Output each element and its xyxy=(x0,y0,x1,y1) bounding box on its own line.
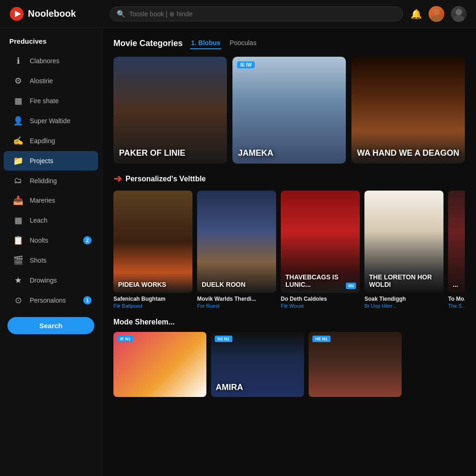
sidebar-label-leach: Leach xyxy=(30,217,47,224)
featured-movies-row: PAKER of LINIE IE IW JAMEKA WA HAND WE A… xyxy=(113,57,465,164)
arrow-indicator: ➔ xyxy=(113,173,122,185)
mode-card-mode-3[interactable]: HE N1 xyxy=(309,332,402,397)
personalized-cards-row: PIDEIA WORKS Safenicah Bughtam Fiir Balt… xyxy=(113,191,465,309)
card-name-safenicah-bughtam: Safenicah Bughtam xyxy=(113,296,192,303)
avatar-secondary[interactable] xyxy=(451,6,467,22)
personalized-section: ➔ Personalized's Velttble PIDEIA WORKS S… xyxy=(113,173,465,309)
card-name-do-deth-caldoles: Do Deth Caldoles xyxy=(281,296,360,303)
badge-new-jameka: IE IW xyxy=(237,61,255,68)
sidebar-icon-projects: 📁 xyxy=(13,156,23,166)
sidebar-section-title: Preducives xyxy=(0,35,102,51)
mode-card-mode-2[interactable]: N2 N1 AMIRA xyxy=(211,332,304,397)
sidebar-item-eapdling[interactable]: ✍ Eapdling xyxy=(4,131,98,151)
sidebar-item-noolts[interactable]: 📋 Noolts 2 xyxy=(4,231,98,250)
search-input[interactable] xyxy=(129,10,396,18)
poster-title-to-mo: ... xyxy=(448,191,465,293)
sidebar-label-fireshate: Fire shate xyxy=(30,97,59,105)
sidebar-search-button[interactable]: Search xyxy=(7,317,94,334)
sidebar-icon-super-waltide: 👤 xyxy=(13,116,23,126)
card-sub-soak-tiendiggh: Br Uop Hiter... xyxy=(364,303,443,309)
card-name-movik-warlds-therdi: Movik Warlds Therdi... xyxy=(197,296,276,303)
featured-movie-wa-hand-we-a-deagon[interactable]: WA HAND WE A DEAGON xyxy=(351,57,465,164)
sidebar-icon-alostirie: ⚙ xyxy=(13,76,23,86)
sidebar-label-super-waltide: Super Waltide xyxy=(30,117,70,125)
sidebar-label-drowings: Drowings xyxy=(30,277,57,284)
badge-mode-mode-3: HE N1 xyxy=(312,336,331,342)
sidebar-label-personalons: Personalons xyxy=(30,297,66,304)
card-sub-movik-warlds-therdi: For Ruest xyxy=(197,303,276,309)
poster-to-mo: ... xyxy=(448,191,465,293)
sidebar-label-eapdling: Eapdling xyxy=(30,137,55,145)
sidebar-item-shots[interactable]: 🎬 Shots xyxy=(4,251,98,270)
categories-header: Movie Categories 1. BlobusPooculas xyxy=(113,37,465,49)
logo-icon xyxy=(9,7,24,21)
sidebar-item-personalons[interactable]: ⊙ Personalons 1 xyxy=(4,291,98,310)
sidebar-label-mareries: Mareries xyxy=(30,197,55,204)
featured-movie-paker-of-linie[interactable]: PAKER of LINIE xyxy=(113,57,227,164)
featured-movie-jameka[interactable]: IE IW JAMEKA xyxy=(232,57,346,164)
sidebar-icon-relidding: 🗂 xyxy=(13,176,23,185)
search-icon: 🔍 xyxy=(117,10,126,18)
sidebar-item-projects[interactable]: 📁 Projects xyxy=(4,151,98,171)
sidebar-icon-clabnores: ℹ xyxy=(13,56,23,66)
poster-soak-tiendiggh: THE LORETON HOR WOLDI xyxy=(364,191,443,293)
poster-movik-warlds-therdi: DUELK ROON xyxy=(197,191,276,293)
mode-title-mode-2: AMIRA xyxy=(216,383,299,392)
logo-area: Noolebook xyxy=(9,7,102,21)
pers-card-safenicah-bughtam[interactable]: PIDEIA WORKS Safenicah Bughtam Fiir Balt… xyxy=(113,191,192,309)
sidebar: Preducives ℹ Clabnores ⚙ Alostirie ▦ Fir… xyxy=(0,28,102,476)
header-right: 🔔 xyxy=(410,6,467,22)
badge-personalons: 1 xyxy=(83,296,92,304)
badge-noolts: 2 xyxy=(83,236,92,245)
sidebar-label-relidding: Relidding xyxy=(30,177,57,185)
main-content: Movie Categories 1. BlobusPooculas PAKER… xyxy=(102,28,476,476)
app-name: Noolebook xyxy=(28,8,76,19)
sidebar-item-super-waltide[interactable]: 👤 Super Waltide xyxy=(4,111,98,131)
sidebar-item-clabnores[interactable]: ℹ Clabnores xyxy=(4,51,98,71)
sidebar-label-alostirie: Alostirie xyxy=(30,77,53,85)
sidebar-item-drowings[interactable]: ★ Drowings xyxy=(4,271,98,290)
personalized-title: ➔ Personalized's Velttble xyxy=(113,173,465,185)
sidebar-icon-mareries: 📥 xyxy=(13,195,23,205)
svg-point-4 xyxy=(456,9,462,15)
movie-title-paker-of-linie: PAKER of LINIE xyxy=(119,148,221,158)
sidebar-label-noolts: Noolts xyxy=(30,237,48,244)
sidebar-label-projects: Projects xyxy=(30,157,53,165)
poster-do-deth-caldoles: Thavebcags is Lunic... 8N xyxy=(281,191,360,293)
card-sub-to-mo: The S... xyxy=(448,303,465,309)
mode-card-mode-1[interactable]: IE N1 xyxy=(113,332,206,397)
svg-point-5 xyxy=(453,15,464,22)
svg-point-2 xyxy=(433,9,440,15)
sidebar-icon-drowings: ★ xyxy=(13,275,23,285)
sidebar-label-shots: Shots xyxy=(30,257,46,264)
movie-title-wa-hand-we-a-deagon: WA HAND WE A DEAGON xyxy=(357,148,459,158)
card-name-soak-tiendiggh: Soak Tiendiggh xyxy=(364,296,443,303)
pers-card-to-mo[interactable]: ... To Mo... The S... xyxy=(448,191,465,309)
badge-mode-mode-1: IE N1 xyxy=(117,336,133,342)
pers-card-soak-tiendiggh[interactable]: THE LORETON HOR WOLDI Soak Tiendiggh Br … xyxy=(364,191,443,309)
sidebar-icon-personalons: ⊙ xyxy=(13,295,23,305)
pers-card-do-deth-caldoles[interactable]: Thavebcags is Lunic... 8N Do Deth Caldol… xyxy=(281,191,360,309)
card-sub-do-deth-caldoles: Fiir Woust xyxy=(281,303,360,309)
sidebar-icon-eapdling: ✍ xyxy=(13,136,23,146)
sidebar-icon-noolts: 📋 xyxy=(13,235,23,245)
body-layout: Preducives ℹ Clabnores ⚙ Alostirie ▦ Fir… xyxy=(0,28,476,476)
badge-do-deth-caldoles: 8N xyxy=(346,283,356,289)
avatar-primary[interactable] xyxy=(429,6,444,22)
tab-pooculas[interactable]: Pooculas xyxy=(229,37,258,49)
sidebar-item-fireshate[interactable]: ▦ Fire shate xyxy=(4,91,98,111)
pers-card-movik-warlds-therdi[interactable]: DUELK ROON Movik Warlds Therdi... For Ru… xyxy=(197,191,276,309)
sidebar-item-leach[interactable]: ▦ Leach xyxy=(4,211,98,230)
sidebar-item-mareries[interactable]: 📥 Mareries xyxy=(4,191,98,210)
poster-title-do-deth-caldoles: Thavebcags is Lunic... xyxy=(281,191,360,293)
poster-title-safenicah-bughtam: PIDEIA WORKS xyxy=(113,191,192,293)
tab-blobus[interactable]: 1. Blobus xyxy=(190,37,221,49)
sidebar-item-alostirie[interactable]: ⚙ Alostirie xyxy=(4,71,98,91)
search-bar[interactable]: 🔍 xyxy=(110,7,403,21)
sidebar-icon-fireshate: ▦ xyxy=(13,96,23,106)
bell-icon[interactable]: 🔔 xyxy=(410,8,422,20)
sidebar-item-relidding[interactable]: 🗂 Relidding xyxy=(4,171,98,190)
header: Noolebook 🔍 🔔 xyxy=(0,0,476,28)
mode-section-title: Mode Sherelem... xyxy=(113,318,465,326)
sidebar-icon-leach: ▦ xyxy=(13,215,23,225)
